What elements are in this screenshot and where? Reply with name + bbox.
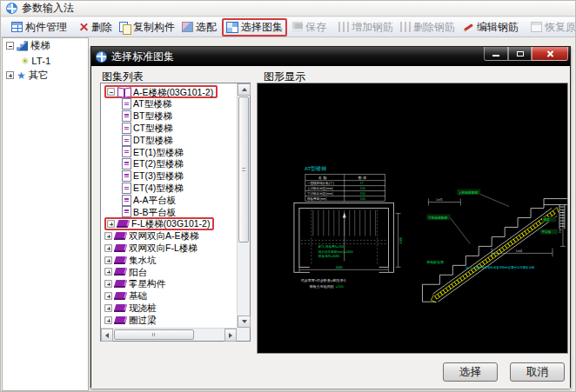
cad-drawing: AT型楼梯 名 称 数 值 一层楼梯踏步数(个) 上部纵筋间 bbox=[258, 83, 567, 353]
atlas-item[interactable]: A-A平台板 bbox=[102, 194, 236, 206]
tree-node-lt1[interactable]: LT-1 bbox=[3, 53, 88, 68]
expand-icon[interactable] bbox=[104, 280, 112, 288]
toolbar-item-select-atlas[interactable]: 选择图集 bbox=[222, 18, 287, 37]
arrow-left-icon bbox=[103, 333, 109, 338]
horizontal-scrollbar[interactable] bbox=[101, 328, 237, 341]
atlas-item[interactable]: ET(4)型楼梯 bbox=[102, 182, 236, 194]
atlas-item[interactable]: ET(2)型楼梯 bbox=[102, 158, 236, 170]
scroll-down-button[interactable] bbox=[238, 316, 251, 328]
atlas-item-label: ET(3)型楼梯 bbox=[133, 171, 184, 181]
minimize-icon bbox=[492, 55, 499, 56]
tree-node-other[interactable]: 其它 bbox=[3, 68, 88, 83]
document-icon bbox=[123, 196, 131, 205]
atlas-item-fl-stairs[interactable]: F-L楼梯(03G101-2) bbox=[102, 218, 236, 230]
maximize-button[interactable] bbox=[508, 47, 532, 61]
atlas-item[interactable]: DT型楼梯 bbox=[102, 134, 236, 146]
expand-icon[interactable] bbox=[104, 256, 112, 264]
expand-icon[interactable] bbox=[104, 292, 112, 300]
toolbar-item-component-manage[interactable]: 构件管理 bbox=[8, 18, 70, 37]
close-button[interactable] bbox=[532, 47, 568, 61]
atlas-item[interactable]: BT型楼梯 bbox=[102, 110, 236, 123]
document-icon bbox=[123, 147, 131, 156]
atlas-item-label: DT型楼梯 bbox=[133, 136, 173, 145]
toolbar-item-save: 保存 bbox=[289, 18, 330, 37]
atlas-item[interactable]: 双网双向A-E楼梯 bbox=[102, 230, 236, 243]
toolbar-label: 保存 bbox=[305, 20, 326, 35]
red-highlight-box: F-L楼梯(03G101-2) bbox=[104, 217, 214, 230]
vertical-scrollbar[interactable] bbox=[237, 83, 250, 328]
atlas-item[interactable]: 现浇桩 bbox=[102, 302, 236, 314]
atlas-item[interactable]: 圈过梁 bbox=[102, 314, 236, 326]
horizontal-scroll-thumb[interactable] bbox=[114, 329, 194, 340]
atlas-item[interactable]: ET(1)型楼梯 bbox=[102, 146, 236, 158]
cad-plan-caption: 踏步宽度×踏步数量=梯段净长 梯板分布筋间距 =150 bbox=[301, 278, 346, 289]
toolbar-item-delete[interactable]: 删除 bbox=[76, 18, 116, 37]
expand-icon[interactable] bbox=[104, 316, 112, 324]
svg-text:一层楼梯踏步数(个): 一层楼梯踏步数(个) bbox=[307, 181, 334, 185]
expand-icon[interactable] bbox=[104, 269, 112, 276]
toolbar-label: 删除钢筋 bbox=[413, 20, 455, 35]
collapse-icon[interactable] bbox=[107, 89, 115, 96]
dialog-title: 选择标准图集 bbox=[111, 50, 174, 64]
toolbar-label: 复制构件 bbox=[133, 20, 175, 35]
red-highlight-box: A-E楼梯(03G101-2) bbox=[104, 85, 218, 98]
svg-text:17: 17 bbox=[360, 182, 364, 185]
book-icon bbox=[114, 304, 128, 312]
minimize-button[interactable] bbox=[484, 47, 508, 61]
atlas-item-label: 双网双向A-E楼梯 bbox=[129, 231, 199, 241]
document-icon bbox=[123, 111, 131, 121]
document-icon bbox=[123, 136, 131, 145]
select-button[interactable]: 选择 bbox=[443, 362, 498, 382]
toolbar-item-edit-rebar[interactable]: 编辑钢筋 bbox=[459, 18, 522, 37]
toolbar-label: 选配 bbox=[196, 20, 217, 35]
atlas-item[interactable]: 普通楼梯 bbox=[102, 326, 236, 327]
svg-text:上部纵筋配筋: 上部纵筋配筋 bbox=[459, 190, 479, 195]
book-icon bbox=[114, 316, 128, 324]
app-icon bbox=[6, 3, 17, 14]
atlas-item[interactable]: AT型楼梯 bbox=[102, 98, 236, 110]
svg-text:踏步宽度×踏步数量=梯段净长: 踏步宽度×踏步数量=梯段净长 bbox=[301, 278, 346, 282]
vertical-scroll-thumb[interactable] bbox=[238, 96, 249, 243]
atlas-item[interactable]: 零星构件 bbox=[102, 278, 236, 290]
collapse-icon[interactable] bbox=[6, 42, 14, 50]
scroll-left-button[interactable] bbox=[101, 329, 113, 342]
atlas-item[interactable]: ET(3)型楼梯 bbox=[102, 170, 236, 183]
toolbar-label: 恢复原始图集 bbox=[545, 20, 576, 35]
scroll-right-button[interactable] bbox=[224, 329, 237, 342]
scroll-up-button[interactable] bbox=[238, 83, 251, 96]
expand-icon[interactable] bbox=[104, 244, 112, 252]
delete-x-icon bbox=[79, 23, 89, 32]
cancel-button[interactable]: 取消 bbox=[510, 362, 565, 382]
toolbar-item-copy-component[interactable]: 复制构件 bbox=[116, 18, 178, 37]
svg-text:AT3, 梯板厚h=160: AT3, 梯板厚h=160 bbox=[318, 245, 344, 249]
toolbar-item-add-rebar: 增加钢筋 bbox=[335, 18, 397, 37]
expand-icon[interactable] bbox=[107, 220, 115, 228]
atlas-item-ae-stairs[interactable]: A-E楼梯(03G101-2) bbox=[102, 86, 236, 98]
atlas-item[interactable]: 集水坑 bbox=[102, 254, 236, 266]
window-controls bbox=[484, 47, 568, 61]
expand-icon[interactable] bbox=[6, 71, 14, 79]
copy-icon bbox=[119, 22, 131, 33]
svg-text:150: 150 bbox=[360, 192, 365, 196]
atlas-item[interactable]: B-B平台板 bbox=[102, 206, 236, 218]
svg-text:100: 100 bbox=[360, 197, 365, 201]
close-icon bbox=[546, 50, 554, 57]
atlas-item[interactable]: CT型楼梯 bbox=[102, 122, 236, 134]
atlas-item[interactable]: 双网双向F-L楼梯 bbox=[102, 242, 236, 254]
atlas-item[interactable]: 阳台 bbox=[102, 266, 236, 278]
toolbar-item-match[interactable]: 选配 bbox=[178, 18, 220, 37]
book-icon bbox=[114, 268, 128, 276]
atlas-item-label: 双网双向F-L楼梯 bbox=[129, 243, 198, 253]
toolbar-label: 增加钢筋 bbox=[352, 20, 393, 35]
select-atlas-dialog: 选择标准图集 图集列表 图形显示 A-E楼梯(03G101-2) bbox=[90, 46, 571, 388]
toolbar-item-delete-rebar: 删除钢筋 bbox=[397, 18, 459, 37]
expand-icon[interactable] bbox=[104, 304, 112, 312]
restore-atlas-icon bbox=[531, 22, 542, 32]
tree-node-stairs[interactable]: 楼梯 bbox=[3, 38, 88, 53]
document-icon bbox=[123, 183, 131, 193]
atlas-item-label: 圈过梁 bbox=[129, 316, 157, 325]
dialog-titlebar[interactable]: 选择标准图集 bbox=[91, 47, 570, 66]
expand-icon[interactable] bbox=[104, 232, 112, 240]
atlas-item[interactable]: 基础 bbox=[102, 290, 236, 302]
book-icon bbox=[114, 292, 128, 300]
